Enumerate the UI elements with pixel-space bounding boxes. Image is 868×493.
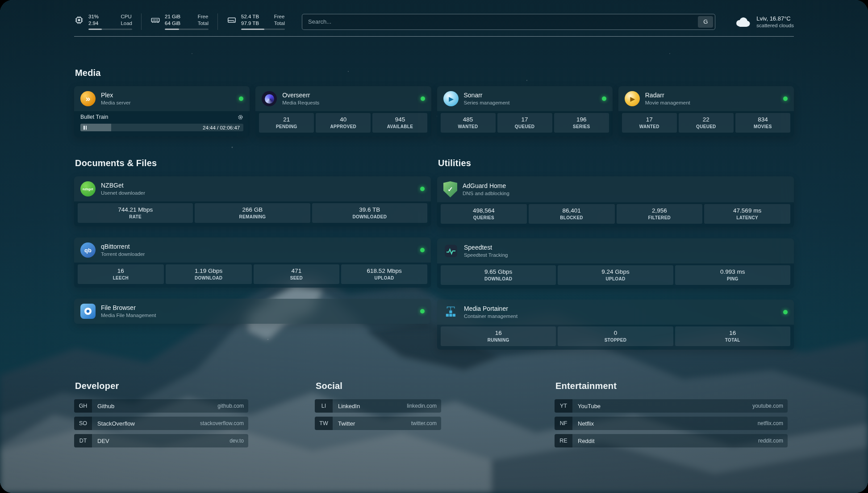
bookmark-url: dev.to — [230, 438, 248, 444]
playback-time: 24:44 / 02:06:47 — [203, 125, 240, 130]
bookmark-abbr: NF — [555, 417, 572, 430]
cpu-icon — [74, 15, 84, 25]
service-card-radarr[interactable]: Radarr Movie management 17 WANTED 22 QUE… — [618, 86, 794, 137]
bookmark-name: Github — [92, 403, 217, 409]
bookmark-dev[interactable]: DT DEV dev.to — [74, 434, 248, 447]
bookmarks: Developer GH Github github.com SO StackO… — [74, 381, 794, 476]
service-card-nzbget[interactable]: NZBGet Usenet downloader 744.21 Mbps RAT… — [74, 176, 431, 226]
bookmark-twitter[interactable]: TW Twitter twitter.com — [315, 417, 441, 430]
bookmark-url: twitter.com — [411, 420, 441, 426]
bookmark-stackoverflow[interactable]: SO StackOverflow stackoverflow.com — [74, 417, 248, 430]
bookmark-abbr: YT — [555, 399, 572, 413]
dashboard-screen: 31% 2.94 CPU Load — [0, 0, 868, 493]
service-description: Series management — [464, 100, 597, 106]
stat-total: 16 TOTAL — [675, 326, 790, 346]
topbar: 31% 2.94 CPU Load — [74, 0, 794, 30]
service-name: AdGuard Home — [463, 182, 788, 190]
bookmark-linkedin[interactable]: LI LinkedIn linkedin.com — [315, 399, 441, 413]
bookmark-name: LinkedIn — [333, 403, 407, 409]
bookmark-name: Netflix — [572, 420, 758, 427]
service-card-speedtest[interactable]: Speedtest Speedtest Tracking 9.65 Gbps D… — [437, 238, 794, 288]
bookmark-name: Reddit — [572, 438, 758, 444]
bookmark-reddit[interactable]: RE Reddit reddit.com — [555, 434, 788, 447]
stat-leech: 16 LEECH — [78, 264, 164, 284]
bookmark-name: YouTube — [572, 403, 752, 409]
bookmark-abbr: SO — [74, 417, 92, 430]
search-bar: G — [302, 14, 715, 30]
service-description: Media File Management — [101, 312, 415, 319]
search-provider-button[interactable]: G — [698, 16, 713, 28]
section-title-entertainment: Entertainment — [555, 381, 788, 391]
stat-rate: 744.21 Mbps RATE — [78, 203, 193, 223]
section-title-developer: Developer — [75, 381, 248, 391]
overseerr-icon — [262, 91, 277, 106]
service-card-qbittorrent[interactable]: qBittorrent Torrent downloader 16 LEECH … — [74, 238, 431, 288]
disk-label-2: Total — [274, 20, 285, 27]
service-card-overseerr[interactable]: Overseerr Media Requests 21 PENDING 40 A… — [255, 86, 431, 137]
section-title-social: Social — [316, 381, 441, 391]
service-card-portainer[interactable]: Media Portainer Container management 16 … — [437, 300, 794, 350]
now-playing-title: Bullet Train — [80, 114, 108, 120]
sonarr-icon — [443, 91, 459, 106]
stat-ping: 0.993 ms PING — [675, 265, 790, 285]
service-description: Torrent downloader — [101, 251, 415, 258]
service-name: Speedtest — [464, 243, 788, 251]
weather-condition: scattered clouds — [756, 22, 794, 29]
service-description: Media server — [101, 100, 234, 106]
bookmark-abbr: GH — [74, 399, 92, 413]
bookmark-url: reddit.com — [758, 438, 788, 444]
bookmark-netflix[interactable]: NF Netflix netflix.com — [555, 417, 788, 430]
search-input[interactable] — [302, 18, 698, 25]
disk-total: 97.9 TB — [241, 20, 259, 27]
memory-widget: 21 GiB 64 GiB Free Total — [141, 13, 209, 30]
service-card-filebrowser[interactable]: File Browser Media File Management — [74, 299, 431, 324]
stat-movies: 834 MOVIES — [735, 113, 790, 133]
stat-queued: 22 QUEUED — [679, 113, 734, 133]
cpu-progress-bar — [88, 29, 132, 30]
memory-icon — [150, 15, 160, 25]
stat-stopped: 0 STOPPED — [558, 326, 673, 346]
stat-upload: 9.24 Gbps UPLOAD — [558, 265, 673, 285]
cpu-load: 2.94 — [88, 20, 99, 27]
status-dot — [421, 96, 425, 101]
filebrowser-icon — [80, 304, 96, 319]
section-utilities: Utilities AdGuard Home DNS and adblockin… — [437, 158, 794, 350]
service-name: qBittorrent — [101, 242, 415, 251]
playback-progress-bar: 24:44 / 02:06:47 — [80, 124, 243, 131]
service-description: DNS and adblocking — [463, 190, 788, 197]
bookmark-youtube[interactable]: YT YouTube youtube.com — [555, 399, 788, 413]
service-name: Sonarr — [464, 91, 597, 99]
stat-pending: 21 PENDING — [259, 113, 314, 133]
cloud-icon — [734, 16, 751, 28]
status-dot — [420, 187, 425, 191]
weather-widget: Lviv, 16.87°C scattered clouds — [734, 15, 794, 29]
bookmark-github[interactable]: GH Github github.com — [74, 399, 248, 413]
section-title-media: Media — [75, 68, 794, 78]
service-card-plex[interactable]: Plex Media server Bullet Train — [74, 86, 250, 137]
topbar-divider — [74, 36, 794, 37]
memory-total: 64 GiB — [165, 20, 180, 27]
memory-free: 21 GiB — [165, 13, 180, 20]
section-media: Media Plex Media server Bullet Tra — [74, 68, 794, 137]
status-dot — [420, 248, 425, 252]
cpu-label-1: CPU — [121, 13, 132, 20]
section-title-utilities: Utilities — [438, 158, 794, 168]
stat-blocked: 86,401 BLOCKED — [529, 204, 615, 224]
memory-label-2: Total — [198, 20, 209, 27]
stat-upload: 618.52 Mbps UPLOAD — [341, 264, 427, 284]
disk-free: 52.4 TB — [241, 13, 259, 20]
section-title-files: Documents & Files — [75, 158, 431, 168]
stat-download: 1.19 Gbps DOWNLOAD — [166, 264, 252, 284]
adguard-shield-icon — [443, 181, 457, 197]
stat-available: 945 AVAILABLE — [372, 113, 427, 133]
bookmark-group-social: Social LI LinkedIn linkedin.com TW Twitt… — [315, 381, 441, 451]
stat-seed: 471 SEED — [254, 264, 340, 284]
service-card-adguard[interactable]: AdGuard Home DNS and adblocking 498,564 … — [437, 176, 794, 227]
status-dot — [783, 310, 788, 314]
stat-latency: 47.569 ms LATENCY — [704, 204, 790, 224]
gear-icon[interactable] — [238, 114, 243, 120]
service-card-sonarr[interactable]: Sonarr Series management 485 WANTED 17 Q… — [437, 86, 613, 137]
portainer-crane-icon — [443, 305, 459, 320]
stat-download: 9.65 Gbps DOWNLOAD — [441, 265, 556, 285]
plex-now-playing: Bullet Train 24:44 / 02:06:4 — [74, 111, 250, 137]
